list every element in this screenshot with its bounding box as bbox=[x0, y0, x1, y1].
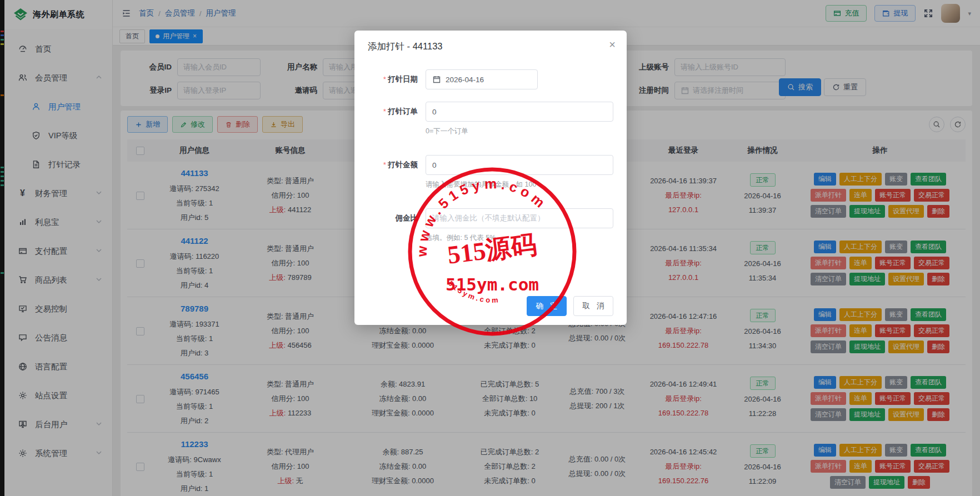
input-value: 2026-04-16 bbox=[446, 76, 484, 84]
injection-amount-input[interactable]: 0 bbox=[426, 155, 613, 175]
field-help-text: 0=下一个订单 bbox=[426, 127, 613, 136]
commission-rate-input[interactable]: 请输入佣金比（不填走默认配置） bbox=[426, 208, 613, 228]
field-label: *打针金额 bbox=[368, 160, 418, 170]
calendar-icon bbox=[432, 75, 441, 84]
field-row-injection-date: *打针日期2026-04-16 bbox=[368, 69, 613, 89]
dialog-close-icon[interactable]: × bbox=[609, 38, 616, 51]
injection-date-input[interactable]: 2026-04-16 bbox=[426, 69, 538, 89]
required-asterisk: * bbox=[383, 107, 386, 116]
input-placeholder: 请输入佣金比（不填走默认配置） bbox=[432, 213, 545, 223]
field-label: *打针日期 bbox=[368, 74, 418, 84]
dialog-title: 添加打针 - 441133 bbox=[368, 41, 613, 53]
field-row-injection-amount: *打针金额0 bbox=[368, 155, 613, 175]
field-label: 佣金比 bbox=[368, 213, 418, 223]
field-row-commission-rate: 佣金比请输入佣金比（不填走默认配置） bbox=[368, 208, 613, 228]
field-label: *打针订单 bbox=[368, 107, 418, 117]
input-value: 0 bbox=[432, 161, 437, 169]
required-asterisk: * bbox=[383, 161, 386, 169]
field-help-text: 选填。例如: 5 代表 5% bbox=[426, 233, 613, 243]
cancel-button[interactable]: 取 消 bbox=[573, 296, 613, 316]
field-help-text: 请输入需要增加的具体金额，如 100 bbox=[426, 180, 613, 189]
add-injection-dialog: 添加打针 - 441133 × *打针日期2026-04-16*打针订单00=下… bbox=[354, 31, 627, 325]
confirm-button[interactable]: 确 定 bbox=[527, 296, 567, 316]
field-row-injection-order: *打针订单0 bbox=[368, 102, 613, 122]
required-asterisk: * bbox=[383, 75, 386, 83]
input-value: 0 bbox=[432, 108, 437, 116]
injection-order-input[interactable]: 0 bbox=[426, 102, 613, 122]
